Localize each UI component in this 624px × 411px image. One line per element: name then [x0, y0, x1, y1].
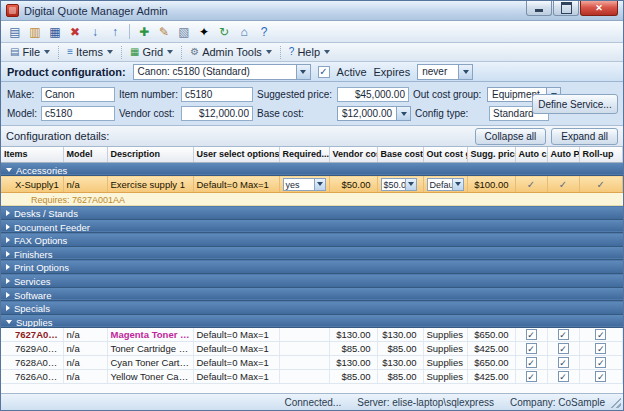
auto-price-checkbox-checked-icon[interactable] [558, 329, 569, 340]
base-cost-select[interactable]: $12,000.00 [337, 106, 411, 121]
toolbar-button-move-up[interactable]: ↑ [105, 23, 125, 41]
column-header-user-select-options[interactable]: User select options [193, 147, 279, 162]
toolbar-button-copy-item[interactable]: ▧ [174, 23, 194, 41]
define-service-button[interactable]: Define Service... [532, 94, 618, 114]
column-header-required[interactable]: Required... [279, 147, 329, 162]
toolbar-button-help[interactable]: ? [254, 23, 274, 41]
chevron-down-icon[interactable] [458, 65, 472, 79]
group-row[interactable]: Accessories [1, 162, 623, 176]
expand-group-icon[interactable] [6, 251, 10, 257]
expand-all-button[interactable]: Expand all [551, 128, 618, 145]
expand-group-icon[interactable] [6, 292, 10, 298]
group-row[interactable]: Services [1, 274, 623, 288]
active-checkbox[interactable] [318, 66, 330, 78]
column-header-auto-calc[interactable]: Auto c... [515, 147, 547, 162]
item-row[interactable]: 7629A001AAn/aToner Cartridge imageRU...D… [1, 342, 623, 356]
toolbar-button-open-configuration[interactable]: ▥ [25, 23, 45, 41]
chevron-down-icon[interactable] [314, 179, 325, 190]
menu-admin-tools[interactable]: ⚙Admin Tools [184, 44, 278, 61]
maximize-button[interactable] [553, 1, 579, 16]
auto-price-checkbox-checked-icon[interactable] [558, 343, 569, 354]
expires-select[interactable]: never [417, 64, 473, 80]
collapse-group-icon[interactable] [6, 168, 12, 172]
group-row[interactable]: Software [1, 287, 623, 301]
suggested-price-input[interactable] [337, 87, 409, 102]
requires-cell: Requires: 7627A001AA [1, 193, 623, 206]
auto-price-checkbox-checked-icon[interactable] [558, 357, 569, 368]
expand-group-icon[interactable] [6, 237, 10, 243]
auto-calc-checkbox-checked-icon[interactable] [526, 343, 537, 354]
chevron-down-icon[interactable] [452, 179, 463, 190]
collapse-all-button[interactable]: Collapse all [475, 128, 547, 145]
group-row[interactable]: Print Options [1, 260, 623, 274]
item-number-input[interactable] [181, 87, 253, 102]
column-header-roll-up[interactable]: Roll-up [579, 147, 623, 162]
collapse-group-icon[interactable] [6, 320, 12, 324]
chevron-down-icon[interactable] [405, 179, 416, 190]
base-cost-dropdown[interactable]: $50.00 [381, 178, 417, 191]
model-input[interactable] [41, 106, 115, 121]
roll-up-checkbox-checked-icon[interactable] [595, 329, 606, 340]
menu-help[interactable]: ?Help [283, 44, 336, 61]
toolbar-button-delete[interactable]: ✖ [65, 23, 85, 41]
column-header-suggested-price[interactable]: Sugg. price [467, 147, 515, 162]
required-dropdown[interactable]: yes [283, 178, 326, 191]
make-input[interactable] [41, 87, 115, 102]
column-header-vendor-cost[interactable]: Vendor cost [329, 147, 377, 162]
expand-group-icon[interactable] [6, 278, 10, 284]
expand-group-icon[interactable] [6, 305, 10, 311]
chevron-down-icon[interactable] [396, 107, 410, 120]
configuration-grid-area: Items Model Description User select opti… [1, 147, 623, 393]
item-row[interactable]: 7628A001AAn/aCyan Toner Cartridge ima...… [1, 356, 623, 370]
auto-calc-checkbox-checked-icon[interactable] [526, 357, 537, 368]
menu-label: Help [297, 46, 320, 58]
auto-calc-checkbox-checked-icon[interactable] [526, 371, 537, 382]
item-row[interactable]: 7626A001AAn/aYellow Toner Cartridge fo..… [1, 370, 623, 384]
column-header-base-cost[interactable]: Base cost [377, 147, 423, 162]
toolbar-button-save[interactable]: ▦ [45, 23, 65, 41]
toolbar-button-new-configuration[interactable]: ▤ [5, 23, 25, 41]
auto-price-checkbox-cell [547, 176, 579, 193]
menu-items[interactable]: ≡Items [61, 44, 119, 61]
expand-group-icon[interactable] [6, 224, 10, 230]
column-header-out-cost-group[interactable]: Out cost g... [423, 147, 467, 162]
menu-grid[interactable]: ▦Grid [124, 44, 179, 61]
group-row[interactable]: Desks / Stands [1, 206, 623, 220]
minimize-button[interactable] [526, 1, 552, 16]
resize-grip[interactable] [610, 397, 621, 408]
column-header-model[interactable]: Model [63, 147, 107, 162]
column-header-items[interactable]: Items [1, 147, 63, 162]
close-button[interactable] [580, 1, 618, 16]
product-configuration-select[interactable]: Canon: c5180 (Standard) [133, 64, 311, 80]
chevron-down-icon[interactable] [296, 65, 310, 79]
toolbar-button-add-item[interactable]: ✚ [134, 23, 154, 41]
expand-group-icon[interactable] [6, 210, 10, 216]
toolbar-button-security-key[interactable]: ✦ [194, 23, 214, 41]
toolbar-button-company[interactable]: ⌂ [234, 23, 254, 41]
roll-up-checkbox-checked-icon[interactable] [595, 371, 606, 382]
column-header-auto-price[interactable]: Auto P... [547, 147, 579, 162]
out-cost-group-dropdown[interactable]: Default [427, 178, 464, 191]
group-cell: Software [1, 287, 623, 301]
auto-calc-checkbox-checked-icon[interactable] [526, 329, 537, 340]
toolbar-button-edit-item[interactable]: ✎ [154, 23, 174, 41]
group-row[interactable]: FAX Options [1, 233, 623, 247]
auto-price-checkbox-checked-icon[interactable] [558, 371, 569, 382]
group-row[interactable]: Specials [1, 301, 623, 315]
column-header-description[interactable]: Description [107, 147, 193, 162]
menu-file[interactable]: ▤File [4, 44, 56, 61]
item-row[interactable]: X-Supply1n/aExercise supply 1Default=0 M… [1, 176, 623, 193]
group-row[interactable]: Finishers [1, 246, 623, 260]
group-row[interactable]: Supplies [1, 314, 623, 328]
vendor-cost-input[interactable] [181, 106, 253, 121]
title-bar[interactable]: Digital Quote Manager Admin [1, 1, 623, 21]
roll-up-checkbox-checked-icon[interactable] [595, 357, 606, 368]
expand-group-icon[interactable] [6, 264, 10, 270]
roll-up-checkbox-checked-icon[interactable] [595, 343, 606, 354]
description-cell: Yellow Toner Cartridge fo... [107, 370, 193, 384]
toolbar-button-move-down[interactable]: ↓ [85, 23, 105, 41]
group-row[interactable]: Document Feeder [1, 219, 623, 233]
item-row[interactable]: 7627A001...n/aMagenta Toner Cartri...Def… [1, 328, 623, 342]
toolbar-button-refresh[interactable]: ↻ [214, 23, 234, 41]
refresh-icon: ↻ [219, 26, 229, 38]
